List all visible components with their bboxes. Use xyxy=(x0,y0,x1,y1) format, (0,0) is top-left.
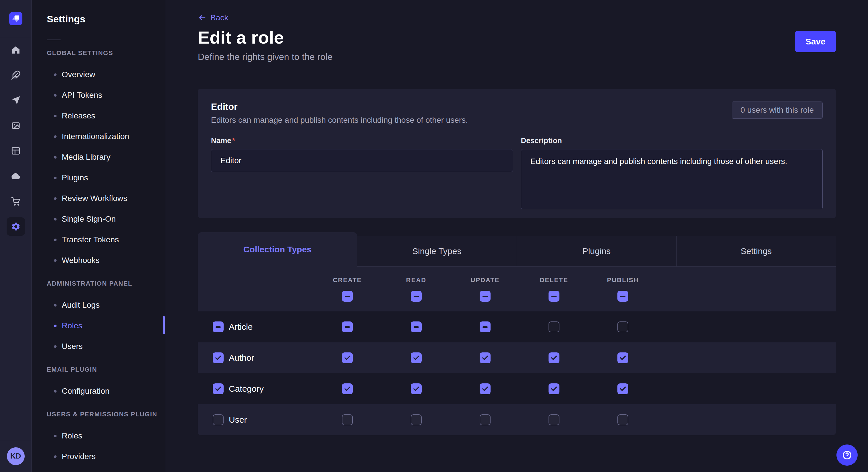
checkbox-article-create[interactable] xyxy=(342,322,353,332)
back-link[interactable]: Back xyxy=(198,0,228,22)
role-name-input[interactable] xyxy=(211,149,513,172)
rail-item-feather[interactable] xyxy=(0,63,31,88)
checkbox-article-delete[interactable] xyxy=(549,322,559,332)
subnav-item-label: Audit Logs xyxy=(62,301,100,310)
cell-article-update xyxy=(451,322,520,332)
save-button[interactable]: Save xyxy=(795,31,836,52)
checkbox-category-read[interactable] xyxy=(411,383,422,394)
row-head-category: Category xyxy=(198,383,313,394)
checkmark-icon xyxy=(412,385,420,393)
checkbox-select-all-publish[interactable] xyxy=(617,291,628,302)
checkbox-user-update[interactable] xyxy=(479,414,491,425)
subnav-item-administration-panel-audit-logs[interactable]: Audit Logs xyxy=(32,295,165,315)
row-label: Article xyxy=(229,322,253,332)
settings-icon xyxy=(7,217,25,236)
role-description-textarea[interactable]: Editors can manage and publish contents … xyxy=(521,149,823,209)
subnav-item-administration-panel-roles[interactable]: Roles xyxy=(32,315,165,336)
row-head-user: User xyxy=(198,414,313,425)
cell-user-read xyxy=(382,414,451,425)
checkbox-user-publish[interactable] xyxy=(617,414,628,425)
checkbox-category-create[interactable] xyxy=(342,383,353,394)
subnav-item-label: Overview xyxy=(62,70,95,79)
rail-item-media[interactable] xyxy=(0,113,31,138)
checkbox-user-create[interactable] xyxy=(342,414,353,425)
bullet-dot xyxy=(54,135,57,138)
bullet-dot xyxy=(54,345,57,348)
cell-category-publish xyxy=(588,383,657,394)
checkmark-icon xyxy=(619,385,627,393)
checkbox-author-update[interactable] xyxy=(479,352,491,363)
row-checkbox-user[interactable] xyxy=(213,414,224,425)
cell-author-publish xyxy=(588,352,657,363)
checkbox-category-delete[interactable] xyxy=(549,383,559,394)
users-with-role-button[interactable]: 0 users with this role xyxy=(732,102,823,119)
subnav-item-global-settings-releases[interactable]: Releases xyxy=(32,105,165,126)
checkbox-select-all-create[interactable] xyxy=(342,291,353,302)
tab-plugins[interactable]: Plugins xyxy=(517,236,676,267)
checkmark-icon xyxy=(482,385,489,393)
checkbox-category-publish[interactable] xyxy=(617,383,628,394)
tab-single-types[interactable]: Single Types xyxy=(357,236,516,267)
checkbox-select-all-update[interactable] xyxy=(479,291,491,302)
checkbox-author-publish[interactable] xyxy=(617,352,628,363)
subnav-item-label: Review Workflows xyxy=(62,194,127,203)
cell-article-create xyxy=(313,322,382,332)
subnav-item-global-settings-api-tokens[interactable]: API Tokens xyxy=(32,85,165,105)
subnav-item-global-settings-review-workflows[interactable]: Review Workflows xyxy=(32,188,165,209)
bullet-dot xyxy=(54,218,57,221)
bullet-dot xyxy=(54,177,57,179)
settings-subnav: Settings GLOBAL SETTINGSOverviewAPI Toke… xyxy=(32,0,165,472)
help-button[interactable] xyxy=(836,444,858,466)
subnav-item-global-settings-single-sign-on[interactable]: Single Sign-On xyxy=(32,209,165,229)
question-circle-icon xyxy=(842,450,852,461)
subnav-item-global-settings-internationalization[interactable]: Internationalization xyxy=(32,126,165,147)
checkbox-article-publish[interactable] xyxy=(617,322,628,332)
row-checkbox-category[interactable] xyxy=(213,383,224,394)
rail-item-send[interactable] xyxy=(0,88,31,113)
subnav-item-email-plugin-configuration[interactable]: Configuration xyxy=(32,381,165,401)
subnav-item-global-settings-transfer-tokens[interactable]: Transfer Tokens xyxy=(32,229,165,250)
permission-row-author: Author xyxy=(198,342,836,373)
cell-category-update xyxy=(451,383,520,394)
permissions-tabs: Collection TypesSingle TypesPluginsSetti… xyxy=(198,232,836,267)
subnav-scrollbar-thumb[interactable] xyxy=(163,316,165,334)
checkbox-author-read[interactable] xyxy=(411,352,422,363)
avatar[interactable]: KD xyxy=(7,447,25,465)
subnav-item-global-settings-webhooks[interactable]: Webhooks xyxy=(32,250,165,271)
subnav-item-global-settings-overview[interactable]: Overview xyxy=(32,64,165,85)
rail-item-cart[interactable] xyxy=(0,189,31,214)
rail-item-settings[interactable] xyxy=(0,214,31,239)
nav-section-header-email-plugin: EMAIL PLUGIN xyxy=(47,363,165,376)
subnav-item-administration-panel-users[interactable]: Users xyxy=(32,336,165,357)
checkbox-select-all-delete[interactable] xyxy=(549,291,559,302)
checkbox-category-update[interactable] xyxy=(479,383,491,394)
tab-settings[interactable]: Settings xyxy=(676,236,836,267)
checkbox-author-delete[interactable] xyxy=(549,352,559,363)
checkbox-user-read[interactable] xyxy=(411,414,422,425)
row-label: Category xyxy=(229,384,264,394)
checkbox-select-all-read[interactable] xyxy=(411,291,422,302)
permissions-table-header: CREATEREADUPDATEDELETEPUBLISH xyxy=(198,267,836,311)
subnav-item-users-permissions-plugin-roles[interactable]: Roles xyxy=(32,426,165,446)
checkbox-author-create[interactable] xyxy=(342,352,353,363)
home-icon xyxy=(11,45,21,55)
column-header-update: UPDATE xyxy=(451,276,520,302)
checkbox-user-delete[interactable] xyxy=(549,414,559,425)
checkmark-icon xyxy=(550,354,558,362)
cloud-icon xyxy=(11,171,21,181)
checkmark-icon xyxy=(550,385,558,393)
subnav-item-global-settings-plugins[interactable]: Plugins xyxy=(32,167,165,188)
row-checkbox-article[interactable] xyxy=(213,322,224,332)
subnav-item-label: Users xyxy=(62,342,83,351)
column-header-delete: DELETE xyxy=(520,276,588,302)
row-checkbox-author[interactable] xyxy=(213,352,224,363)
tab-collection-types[interactable]: Collection Types xyxy=(198,232,357,267)
rail-item-cloud[interactable] xyxy=(0,164,31,189)
subnav-item-global-settings-media-library[interactable]: Media Library xyxy=(32,147,165,167)
subnav-item-users-permissions-plugin-providers[interactable]: Providers xyxy=(32,446,165,467)
workspace-logo-area[interactable] xyxy=(0,0,31,37)
rail-item-home[interactable] xyxy=(0,37,31,63)
checkbox-article-update[interactable] xyxy=(479,322,491,332)
checkbox-article-read[interactable] xyxy=(411,322,422,332)
rail-item-layout[interactable] xyxy=(0,138,31,164)
